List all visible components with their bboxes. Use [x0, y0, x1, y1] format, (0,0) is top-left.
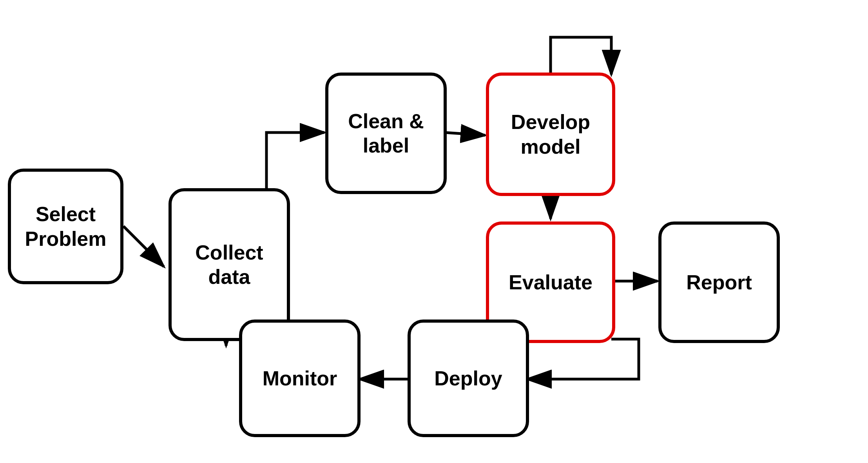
collect-data-node: Collect data: [169, 188, 290, 341]
monitor-node: Monitor: [239, 320, 361, 437]
svg-line-4: [445, 133, 485, 135]
monitor-label: Monitor: [263, 366, 337, 390]
develop-model-node: Develop model: [486, 73, 615, 196]
select-problem-node: Select Problem: [8, 169, 123, 284]
develop-model-label: Develop model: [511, 110, 590, 159]
evaluate-label: Evaluate: [509, 270, 593, 294]
deploy-node: Deploy: [408, 320, 529, 437]
select-problem-label: Select Problem: [25, 202, 106, 251]
deploy-label: Deploy: [434, 366, 502, 390]
diagram-container: Select Problem Collect data Clean & labe…: [0, 0, 868, 463]
clean-label-label: Clean & label: [348, 109, 424, 158]
report-label: Report: [686, 270, 752, 294]
clean-label-node: Clean & label: [325, 73, 447, 194]
report-node: Report: [658, 222, 780, 343]
svg-line-3: [123, 226, 164, 267]
collect-data-label: Collect data: [195, 240, 263, 289]
